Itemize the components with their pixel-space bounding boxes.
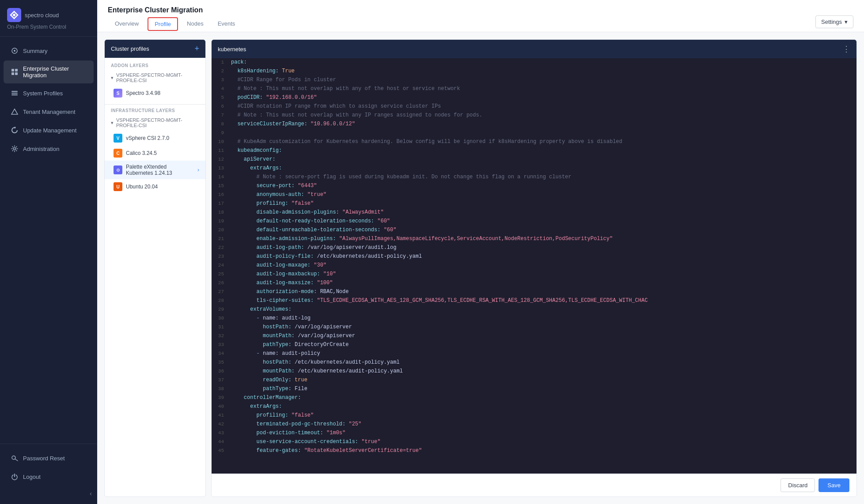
calico-icon: C [114, 149, 122, 158]
line-content: secure-port: "6443" [229, 182, 856, 191]
line-number: 23 [212, 252, 229, 261]
code-line: 38 pathType: File [212, 385, 856, 394]
editor-footer: Discard Save [212, 474, 856, 496]
layer-item-vsphere-csi[interactable]: V vSphere CSI 2.7.0 [105, 131, 205, 146]
layer-item-ubuntu[interactable]: U Ubuntu 20.04 [105, 179, 205, 194]
topbar: Enterprise Cluster Migration Overview Pr… [97, 0, 864, 32]
line-number: 26 [212, 279, 229, 288]
calico-name: Calico 3.24.5 [126, 150, 199, 156]
sidebar-item-system-profiles[interactable]: System Profiles [4, 84, 94, 102]
profiles-header-title: Cluster profiles [111, 45, 149, 52]
layer-item-palette-kubernetes[interactable]: ⚙ Palette eXtended Kubernetes 1.24.13 › … [105, 161, 205, 179]
line-number: 22 [212, 244, 229, 252]
layer-item-spectro[interactable]: S Spectro 3.4.98 [105, 86, 205, 101]
line-content: enable-admission-plugins: "AlwaysPullIma… [229, 235, 856, 244]
line-number: 7 [212, 111, 229, 120]
line-number: 41 [212, 411, 229, 420]
sidebar-item-logout[interactable]: Logout [4, 468, 94, 485]
tab-profile[interactable]: Profile [148, 17, 178, 31]
tab-overview[interactable]: Overview [108, 16, 146, 32]
line-number: 18 [212, 208, 229, 217]
settings-label: Settings [821, 19, 842, 25]
infra-group-header[interactable]: ▾ VSPHERE-SPECTRO-MGMT-PROFILE-CSI [105, 115, 205, 131]
line-number: 3 [212, 76, 229, 85]
content-area: Cluster profiles + ADDON LAYERS ▾ VSPHER… [97, 32, 864, 504]
line-content: audit-log-maxbackup: "10" [229, 270, 856, 279]
sidebar-item-tenant-management[interactable]: Tenant Management [4, 103, 94, 120]
line-content: kubeadmconfig: [229, 147, 856, 155]
line-content: audit-log-maxsize: "100" [229, 279, 856, 288]
line-content: # Note : secure-port flag is used during… [229, 173, 856, 182]
add-layer-button[interactable]: + [194, 44, 199, 53]
palette-icon: ⚙ [114, 165, 122, 174]
tab-events[interactable]: Events [211, 16, 243, 32]
line-content: pack: [229, 58, 856, 67]
sidebar-item-administration[interactable]: Administration [4, 140, 94, 158]
sidebar-item-password-reset[interactable]: Password Reset [4, 449, 94, 467]
sidebar-item-summary[interactable]: Summary [4, 42, 94, 60]
infra-layers-label: INFRASTRUCTURE LAYERS [105, 106, 205, 115]
discard-button[interactable]: Discard [781, 478, 815, 492]
code-line: 23 audit-policy-file: /etc/kubernetes/au… [212, 252, 856, 261]
ubuntu-icon: U [114, 182, 122, 191]
code-line: 8 serviceClusterIpRange: "10.96.0.0/12" [212, 120, 856, 129]
code-line: 26 audit-log-maxsize: "100" [212, 279, 856, 288]
line-number: 29 [212, 305, 229, 314]
line-number: 11 [212, 147, 229, 155]
line-content: tls-cipher-suites: "TLS_ECDHE_ECDSA_WITH… [229, 297, 856, 305]
logo-text: spectro cloud [25, 12, 59, 19]
profiles-header: Cluster profiles + [105, 40, 205, 58]
line-number: 39 [212, 394, 229, 402]
line-content: hostPath: /etc/kubernetes/audit-policy.y… [229, 358, 856, 367]
sidebar-item-update-management[interactable]: Update Management [4, 121, 94, 139]
chevron-left-icon[interactable]: ‹ [90, 490, 92, 497]
ellipsis-icon[interactable]: ⋮ [842, 44, 850, 54]
settings-button[interactable]: Settings ▾ [815, 15, 853, 28]
addon-group-header[interactable]: ▾ VSPHERE-SPECTRO-MGMT-PROFILE-CSI [105, 70, 205, 86]
code-line: 14 # Note : secure-port flag is used dur… [212, 173, 856, 182]
sidebar-item-password-reset-label: Password Reset [23, 455, 65, 462]
code-line: 21 enable-admission-plugins: "AlwaysPull… [212, 235, 856, 244]
line-content: controllerManager: [229, 394, 856, 402]
svg-rect-10 [11, 94, 18, 95]
code-line: 39 controllerManager: [212, 394, 856, 402]
line-number: 21 [212, 235, 229, 244]
sidebar-item-enterprise-cluster[interactable]: Enterprise Cluster Migration [4, 60, 94, 83]
sidebar-item-enterprise-cluster-label: Enterprise Cluster Migration [23, 65, 87, 79]
sidebar-collapse-area: ‹ [0, 486, 97, 497]
code-line: 13 extraArgs: [212, 164, 856, 173]
tab-nodes[interactable]: Nodes [180, 16, 211, 32]
line-number: 4 [212, 85, 229, 94]
svg-rect-9 [11, 93, 18, 94]
svg-point-3 [14, 50, 15, 52]
code-line: 37 readOnly: true [212, 376, 856, 385]
sidebar-nav: Summary Enterprise Cluster Migration Sys… [0, 37, 97, 444]
svg-rect-8 [11, 91, 18, 92]
code-line: 25 audit-log-maxbackup: "10" [212, 270, 856, 279]
sidebar-item-administration-label: Administration [23, 146, 59, 152]
line-number: 15 [212, 182, 229, 191]
line-number: 42 [212, 420, 229, 429]
code-line: 24 audit-log-maxage: "30" [212, 261, 856, 270]
code-line: 40 extraArgs: [212, 402, 856, 411]
code-line: 44 use-service-account-credentials: "tru… [212, 438, 856, 447]
line-number: 19 [212, 217, 229, 226]
line-number: 5 [212, 94, 229, 102]
line-content: pathType: DirectoryOrCreate [229, 341, 856, 350]
svg-rect-4 [11, 69, 14, 71]
line-number: 45 [212, 447, 229, 455]
code-editor[interactable]: 1pack:2 k8sHardening: True3 #CIDR Range … [212, 58, 856, 474]
line-content: pathType: File [229, 385, 856, 394]
palette-kubernetes-name: Palette eXtended Kubernetes 1.24.13 [126, 164, 194, 176]
code-line: 31 hostPath: /var/log/apiserver [212, 323, 856, 332]
line-content: pod-eviction-timeout: "1m0s" [229, 429, 856, 438]
layer-item-calico[interactable]: C Calico 3.24.5 [105, 146, 205, 161]
line-content: serviceClusterIpRange: "10.96.0.0/12" [229, 120, 856, 129]
save-button[interactable]: Save [819, 478, 849, 492]
line-number: 32 [212, 332, 229, 341]
main-content: Enterprise Cluster Migration Overview Pr… [97, 0, 864, 504]
line-content: - name: audit-log [229, 314, 856, 323]
svg-point-1 [13, 14, 15, 16]
line-content: mountPath: /var/log/apiserver [229, 332, 856, 341]
line-number: 38 [212, 385, 229, 394]
